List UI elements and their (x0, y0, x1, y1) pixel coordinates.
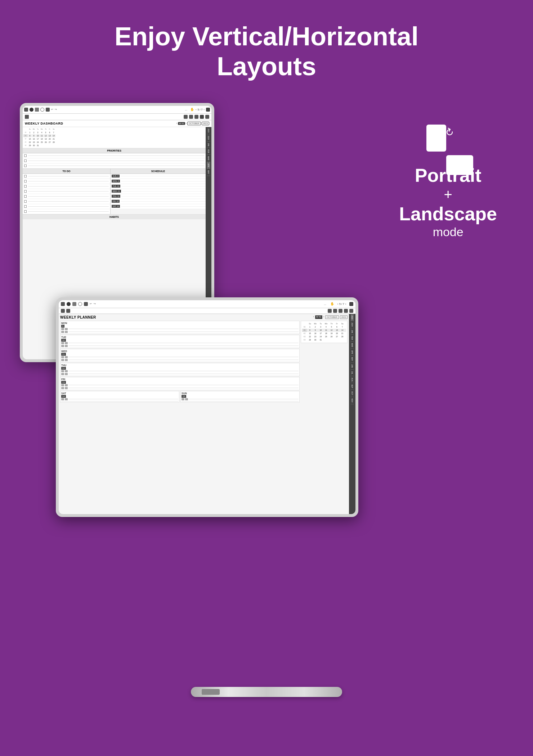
month-badge[interactable]: OCTOBER (187, 122, 201, 125)
portrait-subbar (23, 114, 211, 120)
hand-icon[interactable]: ✋ (190, 108, 194, 111)
mode-word: mode (399, 225, 497, 239)
day-block-fri: FRI 13 (60, 377, 300, 390)
priorities-header: PRIORITIES (23, 148, 206, 153)
sidebar-month-apr-l[interactable]: APR (351, 349, 354, 356)
sidebar-month-may-l[interactable]: MAY (351, 356, 354, 363)
landscape-mini-cal: Su Mo Tu We Th Fr Sa 40 (301, 321, 348, 343)
day-icon[interactable] (205, 115, 209, 119)
schedule-column: SCHEDULE SUN. 8 MON. 9 TUE. 10 WED. 11 T… (111, 169, 206, 214)
cal-icon[interactable] (184, 115, 188, 119)
priority-checkbox[interactable] (24, 154, 27, 157)
schedule-day-badge: SAT. 14 (112, 205, 120, 208)
landscape-label: Landscape (399, 203, 497, 225)
priority-checkbox[interactable] (24, 165, 27, 167)
day-label-tue: TUE (61, 336, 299, 338)
priority-checkbox[interactable] (24, 159, 27, 162)
schedule-day-badge: THU. 12 (112, 195, 121, 198)
layers-icon[interactable] (46, 108, 50, 112)
day-label-thu: THU (61, 364, 299, 366)
extra-icon-l[interactable] (349, 309, 353, 313)
menu-icon[interactable] (24, 108, 28, 112)
sidebar-year-2024[interactable]: 2024 (207, 134, 210, 141)
todo-checkbox[interactable] (24, 195, 27, 198)
schedule-day-badge: MON. 9 (112, 180, 120, 183)
todo-checkbox[interactable] (24, 185, 27, 188)
cal-icon-l[interactable] (328, 309, 332, 313)
priority-row (23, 163, 206, 168)
day-icon-l[interactable] (344, 309, 348, 313)
day-block-thu: THU 12 (60, 363, 300, 376)
priorities-rows (23, 153, 206, 169)
todo-checkbox[interactable] (24, 200, 27, 203)
sidebar-month-nov-l[interactable]: NOV (351, 397, 354, 404)
shape-icon[interactable] (40, 108, 44, 112)
undo-icon-l[interactable]: ↩ (90, 302, 92, 305)
layers-icon-l[interactable] (84, 302, 88, 306)
grid-icon[interactable] (189, 115, 193, 119)
redo-icon[interactable]: ↪ (55, 108, 57, 111)
week-icon-l[interactable] (333, 309, 337, 313)
planner-title: WEEKLY PLANNER (60, 315, 96, 319)
sidebar-month-jan[interactable]: JAN (207, 141, 210, 148)
week-icon[interactable] (200, 115, 204, 119)
landscape-toolbar: ↩ ↪ ... ✋ ‹ 5 / 7 › (59, 300, 355, 308)
shape-icon-l[interactable] (78, 302, 82, 306)
sidebar-month-mar-l[interactable]: MAR (351, 342, 354, 349)
todo-checkbox[interactable] (24, 210, 27, 213)
home-icon[interactable] (25, 115, 29, 119)
month-icon[interactable] (194, 115, 198, 119)
home-icon-l[interactable] (61, 309, 65, 313)
sidebar-month-jul-l[interactable]: JUL (351, 370, 354, 376)
sidebar-month-apr[interactable]: APR (207, 162, 210, 169)
todo-checkbox[interactable] (24, 190, 27, 193)
portrait-mini-cal: Su Mo Tu We Th Fr Sa 40 1234567 (23, 127, 206, 148)
month-badge-l[interactable]: OCTOBER (325, 315, 339, 319)
sidebar-month-jan-l[interactable]: JAN (351, 328, 354, 335)
sidebar-year-2023[interactable]: 2023 (207, 127, 210, 134)
day-label-fri: FRI (61, 378, 299, 381)
priority-row (23, 153, 206, 158)
sidebar-year-2024-l[interactable]: 2024 (351, 321, 354, 328)
hero-title: Enjoy Vertical/Horizontal Layouts (0, 0, 533, 96)
landscape-subbar (59, 308, 355, 314)
week-badge-l[interactable]: W 41 (315, 315, 322, 319)
menu-icon-l[interactable] (61, 302, 65, 306)
todo-rows (23, 174, 110, 214)
pen-icon[interactable] (30, 108, 33, 112)
sidebar-month-jun-l[interactable]: JUN (351, 363, 354, 370)
days-left-col: MON 9 TUE 10 (60, 321, 300, 513)
sidebar-month-feb-l[interactable]: FEB (351, 335, 354, 342)
day-num-sun: 15 (182, 395, 186, 398)
hand-icon-l[interactable]: ✋ (330, 302, 334, 306)
subbar-left (25, 115, 29, 119)
year-badge[interactable]: 2023 (202, 122, 209, 125)
grid-icon-l[interactable] (66, 309, 70, 313)
landscape-device: ↩ ↪ ... ✋ ‹ 5 / 7 › (56, 297, 358, 517)
undo-icon[interactable]: ↩ (51, 108, 53, 111)
sidebar-month-aug-l[interactable]: AUG (351, 376, 354, 383)
todo-checkbox[interactable] (24, 175, 27, 177)
day-num-sat: 14 (61, 395, 66, 398)
bookmark-icon[interactable] (206, 108, 210, 112)
week-badge[interactable]: W 41 (178, 122, 185, 125)
eraser-icon-l[interactable] (72, 302, 76, 306)
mode-label: ↻ Portrait + Landscape mode (399, 125, 497, 239)
sidebar-month-mar[interactable]: MAR (207, 155, 210, 162)
year-badge-l[interactable]: 2023 (340, 315, 348, 319)
month-icon-l[interactable] (339, 309, 342, 313)
sidebar-month-may[interactable]: MAY (207, 169, 210, 176)
todo-checkbox[interactable] (24, 180, 27, 183)
portrait-nav: ‹ 5 / 7 › (196, 108, 205, 111)
sidebar-year-2023-l[interactable]: 2023 (351, 314, 354, 321)
sidebar-month-sep-l[interactable]: SEP (351, 383, 354, 390)
redo-icon-l[interactable]: ↪ (94, 302, 96, 305)
pen-icon-l[interactable] (67, 302, 71, 306)
eraser-icon[interactable] (35, 108, 39, 112)
todo-checkbox[interactable] (24, 205, 27, 208)
landscape-right-col: Su Mo Tu We Th Fr Sa 40 (301, 321, 348, 513)
orientation-icons: ↻ (423, 125, 473, 164)
sidebar-month-feb[interactable]: FEB (207, 148, 210, 155)
sidebar-month-oct-l[interactable]: OCT (351, 390, 354, 397)
bookmark-icon-l[interactable] (349, 302, 353, 306)
